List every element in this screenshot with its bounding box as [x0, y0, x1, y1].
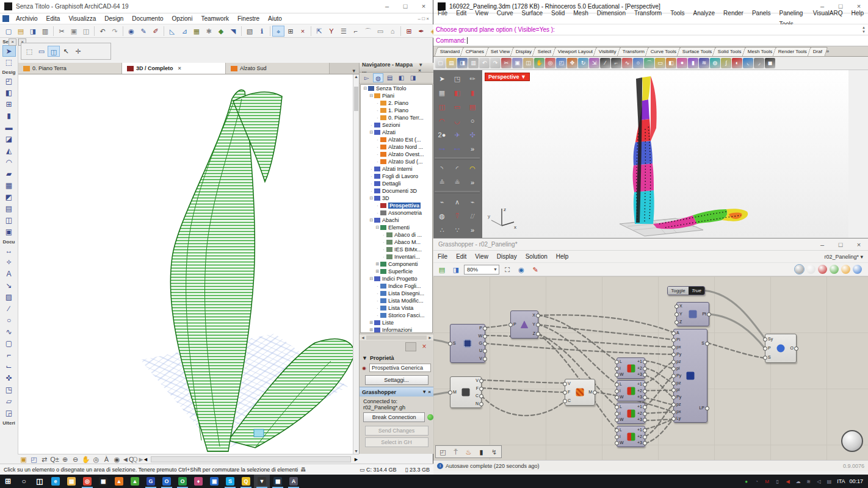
pan-icon[interactable]: ✋: [534, 58, 544, 68]
folder-map-icon[interactable]: ▤: [385, 73, 395, 82]
construct-point-node[interactable]: XYZPt: [676, 302, 709, 326]
tree-item[interactable]: ⊟Senza Titolo: [361, 85, 432, 92]
side-tool-icon[interactable]: ✈: [450, 128, 465, 142]
chat-green-icon[interactable]: ●: [743, 478, 750, 485]
menu-solution[interactable]: Solution: [521, 251, 552, 262]
expander-icon[interactable]: ⊞: [369, 320, 374, 325]
menu-teamwork[interactable]: Teamwork: [197, 13, 233, 24]
Py-port[interactable]: Py: [676, 351, 681, 357]
zoom-extents-icon[interactable]: ◎: [545, 58, 555, 68]
app-q[interactable]: Q: [238, 475, 254, 488]
cortana-search[interactable]: ○: [16, 475, 32, 488]
leaf-icon[interactable]: ◆: [215, 26, 227, 37]
marquee-icon[interactable]: ⬚: [23, 46, 35, 57]
elevation-tool[interactable]: ⌙: [2, 361, 16, 373]
expander-icon[interactable]: ⊟: [369, 218, 374, 223]
tree-item[interactable]: ·Abaco M...: [361, 239, 432, 246]
redo-icon[interactable]: ↷: [109, 26, 121, 37]
shift-list-node-4[interactable]: LiW+1+2+3: [617, 426, 645, 447]
+1-port[interactable]: +1: [637, 404, 642, 410]
U-port[interactable]: U: [479, 348, 482, 354]
print-icon[interactable]: ▥: [468, 58, 479, 68]
W-port[interactable]: W: [620, 440, 624, 446]
app-tile[interactable]: ▣: [206, 475, 222, 488]
side-tool-icon[interactable]: ⍢: [450, 209, 465, 223]
sync-gray-icon[interactable]: ◔: [753, 478, 760, 485]
W-port[interactable]: W: [620, 417, 624, 423]
menu-aiuto[interactable]: Aiuto: [264, 13, 286, 24]
bake-green-icon[interactable]: [830, 265, 839, 274]
arc-icon[interactable]: ⌒: [644, 58, 654, 68]
cylinder-icon[interactable]: ▮: [688, 58, 698, 68]
grasshopper-palette-header[interactable]: Grasshopper ▼ ×: [360, 387, 433, 396]
chamfer-icon[interactable]: ◞: [754, 58, 764, 68]
shift-list-node-1[interactable]: LiW+1+2+3: [617, 357, 645, 379]
Pt-port[interactable]: Pt: [702, 311, 706, 317]
tab-0-piano-terra[interactable]: 0. Piano Terra: [18, 63, 122, 74]
S-port[interactable]: S: [453, 340, 456, 346]
circle-icon[interactable]: ○: [633, 58, 643, 68]
new-document-icon[interactable]: ▢: [2, 26, 15, 37]
sweep-icon[interactable]: ∫: [721, 58, 731, 68]
mesh-tool[interactable]: ▦: [2, 180, 16, 192]
tree-item[interactable]: ·Documenti 3D: [361, 187, 432, 195]
tree-item[interactable]: ⊟Abachi: [361, 217, 432, 224]
mesh-construct-node[interactable]: VFCM: [565, 379, 595, 406]
text-tool[interactable]: A: [2, 268, 16, 280]
tree-item[interactable]: ·Sezioni: [361, 121, 432, 129]
side-tool-icon[interactable]: ◝: [435, 162, 449, 175]
audio-red-icon[interactable]: ◀: [784, 478, 791, 485]
feather-icon[interactable]: ◥: [227, 26, 239, 37]
tree-item[interactable]: ⊞Superficie: [361, 268, 432, 275]
pen-icon[interactable]: ✎: [137, 26, 150, 37]
undo-icon[interactable]: ↶: [96, 26, 109, 37]
archicad-app[interactable]: A: [286, 475, 302, 488]
preview-shaded-icon[interactable]: [795, 265, 804, 274]
frame-icon[interactable]: ⌐: [350, 26, 362, 37]
close-panel-icon[interactable]: ×: [419, 342, 430, 351]
tab-alzato-sud[interactable]: Alzato Sud: [226, 63, 330, 74]
shell-tool[interactable]: ◠: [2, 157, 16, 168]
door-tool[interactable]: ◧: [2, 87, 16, 99]
side-tool-icon[interactable]: ➤: [435, 72, 449, 85]
zoom-selector-icon[interactable]: ⛶: [501, 264, 513, 275]
photos[interactable]: ▩: [270, 475, 286, 488]
copy-icon[interactable]: ▣: [68, 26, 80, 37]
tree-item[interactable]: ⊟Indici Progetto: [361, 275, 432, 282]
Y-port[interactable]: Y: [679, 311, 682, 317]
tree-item[interactable]: ·Prospettiva: [361, 202, 432, 209]
tree-item[interactable]: ·Lista Disegni...: [361, 290, 432, 297]
detail-tool[interactable]: ◳: [2, 384, 16, 396]
menu-finestre[interactable]: Finestre: [233, 13, 264, 24]
look-icon[interactable]: ◉: [112, 454, 122, 465]
sketch-pen-icon[interactable]: ✎: [529, 264, 541, 275]
menu-display[interactable]: Display: [493, 251, 521, 262]
expander-icon[interactable]: ⊟: [369, 130, 374, 135]
Py-port[interactable]: Py: [676, 394, 681, 400]
chrome[interactable]: ◎: [79, 475, 95, 488]
layout-grid-icon[interactable]: ⊞: [403, 26, 415, 37]
tree-item[interactable]: ⊟3D: [361, 195, 432, 202]
preview-wire-icon[interactable]: [806, 265, 816, 274]
level-dim-tool[interactable]: ✧: [2, 257, 16, 268]
L-port[interactable]: L: [620, 427, 622, 433]
S-port[interactable]: S: [768, 354, 771, 361]
O-port[interactable]: O: [790, 345, 794, 351]
side-tool-icon[interactable]: ◡: [450, 114, 465, 127]
map-view-icon[interactable]: ◍: [373, 73, 383, 82]
select-view-icon[interactable]: ▣: [18, 454, 29, 465]
+2-port[interactable]: +2: [637, 411, 642, 417]
tree-item[interactable]: ·Alzato Ovest...: [361, 151, 432, 158]
M-port[interactable]: M: [453, 389, 457, 395]
rect-icon[interactable]: ▭: [655, 58, 665, 68]
intersect-icon[interactable]: ✛: [72, 46, 84, 57]
mdi-window-controls[interactable]: – □ ×: [418, 16, 433, 21]
tree-item[interactable]: ·Lista Modific...: [361, 297, 432, 304]
menu-documento[interactable]: Documento: [128, 13, 167, 24]
send-changes-button[interactable]: Send Changes: [365, 426, 429, 436]
fillet-icon[interactable]: ◟: [743, 58, 753, 68]
tree-item[interactable]: ⊞Informazioni: [361, 326, 432, 333]
side-tool-icon[interactable]: ⌁: [465, 195, 480, 209]
undo-icon[interactable]: ↶: [479, 58, 490, 68]
bake-output-node[interactable]: SyPSO: [765, 334, 797, 363]
